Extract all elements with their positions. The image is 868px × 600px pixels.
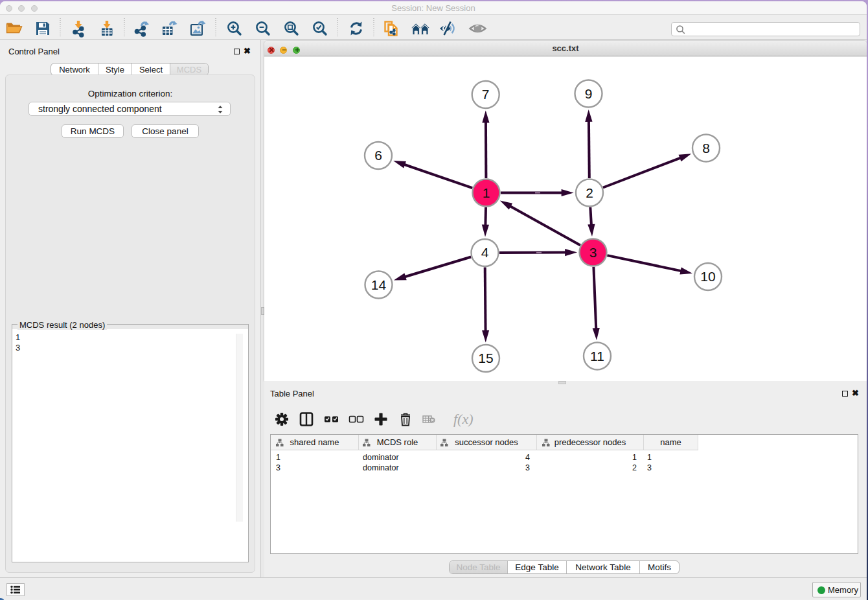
svg-text:6: 6 [374, 148, 382, 163]
svg-text:9: 9 [585, 86, 593, 101]
svg-text:10: 10 [700, 269, 715, 284]
svg-text:11: 11 [590, 349, 604, 363]
svg-text:8: 8 [702, 141, 710, 156]
svg-text:7: 7 [482, 87, 490, 102]
svg-text:2: 2 [586, 185, 593, 200]
svg-text:1: 1 [483, 185, 490, 200]
svg-text:f(x): f(x) [453, 411, 474, 427]
svg-text:4: 4 [481, 245, 489, 260]
svg-text:3: 3 [589, 245, 597, 260]
svg-text:14: 14 [371, 277, 387, 292]
svg-text:15: 15 [478, 351, 493, 365]
